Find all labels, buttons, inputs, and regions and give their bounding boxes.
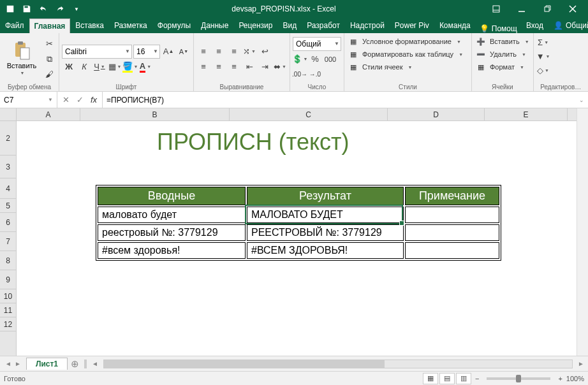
restore-icon[interactable] bbox=[534, 0, 560, 18]
sheet-tab-active[interactable]: Лист1 bbox=[26, 358, 68, 370]
autosum-icon[interactable]: Σ▼ bbox=[536, 35, 550, 49]
minimize-icon[interactable] bbox=[509, 0, 534, 18]
tab-view[interactable]: Вид bbox=[277, 18, 302, 33]
add-sheet-icon[interactable]: ⊕ bbox=[68, 358, 82, 370]
paste-button[interactable]: Вставить▼ bbox=[3, 35, 41, 80]
row-header[interactable]: 11 bbox=[0, 303, 16, 317]
horizontal-scrollbar[interactable] bbox=[103, 360, 573, 368]
share-button[interactable]: 👤Общий доступ bbox=[548, 18, 588, 33]
row-header[interactable]: 7 bbox=[0, 232, 16, 251]
tab-insert[interactable]: Вставка bbox=[70, 18, 109, 33]
inc-indent-icon[interactable]: ⇥ bbox=[258, 60, 272, 74]
number-format-combo[interactable]: Общий▼ bbox=[293, 37, 341, 51]
redo-icon[interactable] bbox=[53, 2, 67, 16]
zoom-slider[interactable] bbox=[487, 377, 550, 380]
tab-data[interactable]: Данные bbox=[196, 18, 233, 33]
row-header[interactable]: 3 bbox=[0, 156, 16, 178]
format-table-button[interactable]: ▦Форматировать как таблицу▼ bbox=[347, 48, 464, 61]
format-cells-button[interactable]: ▦Формат▼ bbox=[474, 61, 531, 73]
insert-function-icon[interactable]: fx bbox=[88, 94, 99, 106]
tab-home[interactable]: Главная bbox=[29, 18, 71, 33]
signin-button[interactable]: Вход bbox=[521, 18, 548, 33]
prev-sheet-icon[interactable]: ◄ bbox=[4, 358, 13, 370]
underline-icon[interactable]: Ч▼ bbox=[92, 60, 107, 74]
view-pagebreak-icon[interactable]: ▥ bbox=[456, 373, 471, 384]
align-left-icon[interactable]: ≡ bbox=[196, 60, 210, 74]
align-right-icon[interactable]: ≡ bbox=[227, 60, 241, 74]
qat-dropdown-icon[interactable]: ▼ bbox=[70, 2, 84, 16]
tab-review[interactable]: Рецензир bbox=[233, 18, 277, 33]
align-top-icon[interactable]: ≡ bbox=[196, 45, 210, 59]
hscroll-right-icon[interactable]: ► bbox=[577, 358, 585, 370]
border-icon[interactable]: ▦▼ bbox=[108, 60, 122, 74]
wrap-text-icon[interactable]: ↩ bbox=[258, 45, 272, 59]
accounting-icon[interactable]: 💲▼ bbox=[293, 52, 307, 66]
grow-font-icon[interactable]: A▲ bbox=[161, 45, 175, 59]
zoom-out-icon[interactable]: − bbox=[475, 375, 479, 382]
fill-icon[interactable]: ▼▼ bbox=[536, 49, 550, 63]
inc-decimal-icon[interactable]: .00→ bbox=[293, 68, 307, 82]
cells-grid[interactable]: ПРОПИСН (текст) Вводные Результат Примеч… bbox=[17, 121, 577, 356]
align-bottom-icon[interactable]: ≡ bbox=[227, 45, 241, 59]
orientation-icon[interactable]: ⤭▼ bbox=[242, 45, 256, 59]
dec-decimal-icon[interactable]: →.0 bbox=[308, 68, 322, 82]
row-header[interactable]: 4 bbox=[0, 178, 16, 199]
shrink-font-icon[interactable]: A▼ bbox=[177, 45, 191, 59]
save-icon[interactable] bbox=[20, 2, 34, 16]
hscroll-left-icon[interactable]: ◄ bbox=[91, 358, 99, 370]
percent-icon[interactable]: % bbox=[308, 52, 322, 66]
row-header[interactable]: 5 bbox=[0, 199, 16, 213]
format-painter-icon[interactable]: 🖌 bbox=[42, 68, 56, 82]
bold-icon[interactable]: Ж bbox=[62, 60, 76, 74]
worksheet[interactable]: ABCDE 23456789101112 ПРОПИСН (текст) Вво… bbox=[0, 108, 588, 356]
dec-indent-icon[interactable]: ⇤ bbox=[242, 60, 256, 74]
tab-powerpivot[interactable]: Power Piv bbox=[390, 18, 434, 33]
row-headers[interactable]: 23456789101112 bbox=[0, 121, 17, 356]
row-header[interactable]: 6 bbox=[0, 213, 16, 232]
undo-icon[interactable] bbox=[36, 2, 50, 16]
clear-icon[interactable]: ◇▼ bbox=[536, 63, 550, 77]
font-color-icon[interactable]: A▼ bbox=[138, 60, 152, 74]
merge-icon[interactable]: ⬌▼ bbox=[273, 60, 287, 74]
align-center-icon[interactable]: ≡ bbox=[212, 60, 226, 74]
expand-formula-bar-icon[interactable]: ⌄ bbox=[575, 92, 588, 108]
enter-formula-icon[interactable]: ✓ bbox=[74, 94, 85, 106]
copy-icon[interactable]: ⧉ bbox=[42, 52, 56, 66]
cancel-formula-icon[interactable]: ✕ bbox=[60, 94, 71, 106]
fill-color-icon[interactable]: 🪣▼ bbox=[123, 60, 137, 74]
formula-input[interactable]: =ПРОПИСН(B7) bbox=[103, 92, 575, 108]
view-pagelayout-icon[interactable]: ▤ bbox=[439, 373, 455, 384]
view-normal-icon[interactable]: ▦ bbox=[423, 373, 438, 384]
cell-styles-button[interactable]: ▦Стили ячеек▼ bbox=[347, 61, 464, 73]
cond-format-button[interactable]: ▦Условное форматирование▼ bbox=[347, 35, 464, 48]
vertical-scrollbar[interactable] bbox=[577, 108, 588, 356]
comma-icon[interactable]: 000 bbox=[323, 52, 337, 66]
cut-icon[interactable]: ✂ bbox=[42, 37, 56, 51]
tab-team[interactable]: Команда bbox=[434, 18, 476, 33]
select-all-corner[interactable] bbox=[0, 108, 17, 121]
row-header[interactable]: 12 bbox=[0, 317, 16, 331]
autosave-icon[interactable] bbox=[3, 2, 17, 16]
row-header[interactable]: 10 bbox=[0, 289, 16, 303]
delete-cells-button[interactable]: ➖Удалить▼ bbox=[474, 48, 531, 61]
tab-addins[interactable]: Надстрой bbox=[345, 18, 390, 33]
row-header[interactable]: 2 bbox=[0, 121, 16, 156]
column-headers[interactable]: ABCDE bbox=[17, 108, 577, 121]
col-header[interactable]: B bbox=[80, 108, 230, 120]
col-header[interactable]: E bbox=[485, 108, 568, 120]
col-header[interactable]: C bbox=[230, 108, 388, 120]
italic-icon[interactable]: К bbox=[77, 60, 91, 74]
col-header[interactable]: D bbox=[388, 108, 485, 120]
font-name-combo[interactable]: Calibri▼ bbox=[62, 45, 132, 59]
tab-file[interactable]: Файл bbox=[0, 18, 29, 33]
close-icon[interactable] bbox=[560, 0, 585, 18]
font-size-combo[interactable]: 16▼ bbox=[133, 45, 160, 59]
zoom-in-icon[interactable]: + bbox=[558, 375, 562, 382]
row-header[interactable]: 9 bbox=[0, 270, 16, 289]
col-header[interactable]: A bbox=[17, 108, 80, 120]
next-sheet-icon[interactable]: ► bbox=[13, 358, 22, 370]
tab-formulas[interactable]: Формулы bbox=[152, 18, 196, 33]
ribbon-options-icon[interactable] bbox=[483, 0, 509, 18]
zoom-level[interactable]: 100% bbox=[566, 375, 584, 382]
row-header[interactable]: 8 bbox=[0, 251, 16, 270]
